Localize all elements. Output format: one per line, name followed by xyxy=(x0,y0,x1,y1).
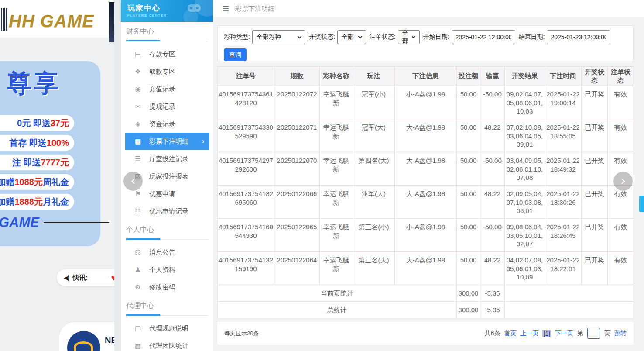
promo-pill-text: 周礼金 xyxy=(43,176,69,188)
jump-prefix-label: 第 xyxy=(577,330,583,337)
carousel-left-arrow[interactable]: ‹ xyxy=(123,172,143,191)
cell-result: 09,02,04,07,05,08,06,01,10,03 xyxy=(505,86,545,119)
promo-pill: 0元 即送37元 xyxy=(0,115,74,131)
first-page-link[interactable]: 首页 xyxy=(504,330,516,337)
screen: HH GAME 尊享 0元 即送37元首存 即送100%注 即送7777元加赠1… xyxy=(0,0,644,351)
lottery-type-select[interactable]: 全部彩种 xyxy=(252,30,305,44)
promo-banner: 尊享 0元 即送37元首存 即送100%注 即送7777元加赠1088元周礼金加… xyxy=(0,61,100,246)
sidebar-item-label: 优惠申请 xyxy=(149,190,175,198)
table-row: 40156917375436142812020250122072幸运飞艇新冠军(… xyxy=(218,86,634,119)
cell-order-status: 有效 xyxy=(608,119,634,152)
current-page-indicator[interactable]: [1] xyxy=(542,330,551,337)
moneybag-icon: ◉ xyxy=(134,85,142,93)
sidebar-item-messages[interactable]: ☊消息公告 xyxy=(125,244,209,261)
promo-pill-text: 7777元 xyxy=(41,157,69,169)
speaker-icon: ◀) xyxy=(64,274,69,281)
withdraw-hand-icon: ❖ xyxy=(134,68,142,76)
sidebar-item-withdraw-zone[interactable]: ❖取款专区 xyxy=(125,63,209,80)
cell-play: 第三名(大) xyxy=(353,252,395,285)
sidebar-item-label: 存款专区 xyxy=(149,50,175,58)
column-header: 开奖状态 xyxy=(582,67,608,86)
sidebar-item-agent-rules[interactable]: ▢代理规则说明 xyxy=(125,320,209,337)
column-header: 输赢 xyxy=(480,67,505,86)
sidebar-item-recharge-records[interactable]: ◉充值记录 xyxy=(125,80,209,98)
cell-win-loss: -50.00 xyxy=(480,152,505,186)
main-content: ☰ 彩票下注明细 彩种类型: 全部彩种 开奖状态: 全部 注单状态: 全部 xyxy=(213,0,644,351)
draw-status-label: 开奖状态: xyxy=(309,33,335,41)
sidebar-item-withdraw-records[interactable]: ✉提现记录 xyxy=(125,98,209,115)
sidebar-item-lottery-bet-details[interactable]: ▦彩票下注明细› xyxy=(125,133,209,150)
person-icon: ♟ xyxy=(134,266,142,274)
sidebar-item-promo-apply-records[interactable]: ☷优惠申请记录 xyxy=(125,203,209,220)
cell-draw-status: 已开奖 xyxy=(582,86,608,119)
cell-period: 20250122070 xyxy=(274,152,320,186)
sidebar-item-label: 充值记录 xyxy=(149,85,175,93)
cell-bet-info: 小-A盘@1.98 xyxy=(395,219,457,252)
cell-lottery: 幸运飞艇新 xyxy=(320,86,353,119)
cell-draw-status: 已开奖 xyxy=(582,152,608,186)
cell-win-loss: -50.00 xyxy=(480,219,505,252)
funds-icon: ◈ xyxy=(134,120,142,128)
jump-suffix-label: 页 xyxy=(604,330,610,337)
coupon-icon: ⚑ xyxy=(134,190,142,198)
promo-brand-line: H GAME xyxy=(0,215,109,231)
chevron-down-icon xyxy=(358,34,362,39)
cell-bet-id: 401569173754361428120 xyxy=(218,86,274,119)
cell-period: 20250122064 xyxy=(274,252,320,285)
sidebar-item-fund-records[interactable]: ◈资金记录 xyxy=(125,115,209,133)
cell-draw-status: 已开奖 xyxy=(582,186,608,219)
sidebar-item-profile[interactable]: ♟个人资料 xyxy=(125,261,209,279)
brand-dash-decoration xyxy=(44,222,109,223)
service-edge-tab[interactable] xyxy=(639,196,644,212)
search-button[interactable]: 查询 xyxy=(224,48,247,61)
end-date-input[interactable] xyxy=(547,30,610,44)
page-jump-input[interactable] xyxy=(587,328,600,339)
start-date-input[interactable] xyxy=(452,30,515,44)
jump-action-link[interactable]: 跳转 xyxy=(614,330,627,337)
site-logo: HH GAME xyxy=(9,11,94,31)
cell-bet-id: 401569173754160544930 xyxy=(218,219,274,252)
site-logo-strip: HH GAME xyxy=(0,0,114,38)
cell-win-loss: 48.22 xyxy=(480,119,505,152)
cell-amount: 50.00 xyxy=(457,119,480,152)
page-size-text: 每页显示20条 xyxy=(224,330,259,337)
cell-bet-id: 401569173754182695060 xyxy=(218,186,274,219)
cell-lottery: 幸运飞艇新 xyxy=(320,186,353,219)
promo-pill-text: 首存 即送 xyxy=(9,137,47,149)
draw-status-select[interactable]: 全部 xyxy=(337,30,366,44)
column-header: 彩种名称 xyxy=(320,67,353,86)
cell-lottery: 幸运飞艇新 xyxy=(320,119,353,152)
next-page-link[interactable]: 下一页 xyxy=(555,330,573,337)
column-header: 下注信息 xyxy=(395,67,457,86)
cell-play: 冠军(小) xyxy=(353,86,395,119)
news-card: NE xyxy=(59,322,114,351)
sidebar-item-change-password[interactable]: ⚙修改密码 xyxy=(125,279,209,296)
cell-lottery: 幸运飞艇新 xyxy=(320,219,353,252)
column-header: 注单状态 xyxy=(608,67,634,86)
cell-bet-id: 401569173754297292600 xyxy=(218,152,274,186)
cell-play: 冠军(大) xyxy=(353,119,395,152)
prev-page-link[interactable]: 上一页 xyxy=(520,330,538,337)
sidebar-item-agent-team-stats[interactable]: ▦代理团队统计 xyxy=(125,337,209,351)
sidebar-section-underline xyxy=(126,238,209,240)
hamburger-menu-icon[interactable]: ☰ xyxy=(223,4,229,14)
pagination-bar: 每页显示20条 共6条 首页 上一页 [1] 下一页 第 页 跳转 xyxy=(217,322,634,345)
promo-pill-text: 0元 即送 xyxy=(17,117,51,129)
sidebar-section-title: 代理中心 xyxy=(126,301,213,310)
background-gap xyxy=(114,0,120,351)
sidebar-item-deposit-zone[interactable]: ▤存款专区 xyxy=(125,45,209,63)
order-status-select[interactable]: 全部 xyxy=(398,30,420,44)
cell-play: 第三名(小) xyxy=(353,219,395,252)
sidebar-item-label: 玩家投注报表 xyxy=(149,172,188,181)
cell-draw-status: 已开奖 xyxy=(582,219,608,252)
column-header: 投注额 xyxy=(457,67,480,86)
table-header-row: 注单号期数彩种名称玩法下注信息投注额输赢开奖结果下注时间开奖状态注单状态 xyxy=(218,67,634,86)
column-header: 玩法 xyxy=(353,67,395,86)
carousel-right-arrow[interactable]: › xyxy=(613,172,633,191)
cell-period: 20250122072 xyxy=(274,86,320,119)
summary-amount: 300.00 xyxy=(457,302,480,318)
sidebar-item-hall-bet-records[interactable]: ☰厅室投注记录 xyxy=(125,150,209,168)
cell-time: 2025-01-22 18:49:32 xyxy=(545,152,582,186)
team-logo-icon xyxy=(67,331,100,351)
cell-result: 04,02,07,08,05,06,01,03,10,09 xyxy=(505,252,545,285)
